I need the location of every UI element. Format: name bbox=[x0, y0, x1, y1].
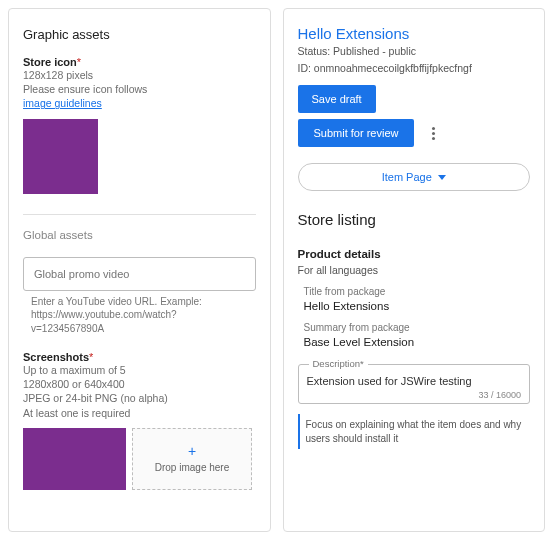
screenshots-label-text: Screenshots bbox=[23, 351, 89, 363]
description-value: Extension used for JSWire testing bbox=[307, 375, 522, 387]
drop-zone-label: Drop image here bbox=[155, 462, 229, 473]
screenshots-hint-1: Up to a maximum of 5 bbox=[23, 363, 256, 377]
screenshot-drop-zone[interactable]: + Drop image here bbox=[132, 428, 252, 490]
screenshots-label: Screenshots* bbox=[23, 351, 256, 363]
summary-from-package-label: Summary from package bbox=[304, 322, 531, 333]
extension-title-link[interactable]: Hello Extensions bbox=[298, 25, 531, 42]
for-all-languages-text: For all languages bbox=[298, 264, 531, 276]
action-buttons-row-2: Submit for review bbox=[298, 119, 531, 147]
graphic-assets-panel: Graphic assets Store icon* 128x128 pixel… bbox=[8, 8, 271, 532]
screenshots-row: + Drop image here bbox=[23, 428, 256, 490]
chevron-down-icon bbox=[438, 175, 446, 180]
summary-from-package-block: Summary from package Base Level Extensio… bbox=[298, 322, 531, 348]
title-from-package-value: Hello Extensions bbox=[304, 300, 531, 312]
global-assets-label: Global assets bbox=[23, 229, 256, 241]
screenshots-hint-4: At least one is required bbox=[23, 406, 256, 420]
store-icon-dims: 128x128 pixels bbox=[23, 68, 256, 82]
more-menu-icon[interactable] bbox=[428, 123, 439, 144]
product-details-heading: Product details bbox=[298, 248, 531, 260]
store-icon-label-text: Store icon bbox=[23, 56, 77, 68]
screenshot-thumb[interactable] bbox=[23, 428, 126, 490]
title-from-package-block: Title from package Hello Extensions bbox=[298, 286, 531, 312]
store-icon-label: Store icon* bbox=[23, 56, 256, 68]
screenshots-section: Screenshots* Up to a maximum of 5 1280x8… bbox=[23, 351, 256, 490]
description-counter: 33 / 16000 bbox=[478, 390, 521, 400]
screenshots-hint-2: 1280x800 or 640x400 bbox=[23, 377, 256, 391]
required-asterisk: * bbox=[77, 56, 81, 68]
promo-video-hint: Enter a YouTube video URL. Example: http… bbox=[31, 295, 248, 336]
required-asterisk: * bbox=[89, 351, 93, 363]
item-page-label: Item Page bbox=[382, 171, 432, 183]
divider bbox=[23, 214, 256, 215]
item-page-dropdown[interactable]: Item Page bbox=[298, 163, 531, 191]
status-line: Status: Published - public bbox=[298, 44, 531, 59]
summary-from-package-value: Base Level Extension bbox=[304, 336, 531, 348]
id-line: ID: onmnoahmececoilgkfbffijfpkecfngf bbox=[298, 61, 531, 76]
store-icon-preview[interactable] bbox=[23, 119, 98, 194]
global-promo-video-input[interactable] bbox=[23, 257, 256, 291]
screenshots-hint-3: JPEG or 24-bit PNG (no alpha) bbox=[23, 391, 256, 405]
action-buttons-row: Save draft bbox=[298, 85, 531, 113]
description-legend: Description* bbox=[309, 358, 368, 369]
store-icon-ensure-text: Please ensure icon follows bbox=[23, 83, 147, 95]
plus-icon: + bbox=[188, 444, 196, 458]
store-listing-panel: Hello Extensions Status: Published - pub… bbox=[283, 8, 546, 532]
submit-for-review-button[interactable]: Submit for review bbox=[298, 119, 415, 147]
store-icon-ensure-line: Please ensure icon follows bbox=[23, 82, 256, 96]
image-guidelines-link[interactable]: image guidelines bbox=[23, 97, 102, 109]
graphic-assets-heading: Graphic assets bbox=[23, 27, 256, 42]
image-guidelines-line: image guidelines bbox=[23, 96, 256, 110]
description-input[interactable]: Description* Extension used for JSWire t… bbox=[298, 364, 531, 404]
save-draft-button[interactable]: Save draft bbox=[298, 85, 376, 113]
title-from-package-label: Title from package bbox=[304, 286, 531, 297]
description-note: Focus on explaining what the item does a… bbox=[298, 414, 531, 449]
store-icon-section: Store icon* 128x128 pixels Please ensure… bbox=[23, 56, 256, 194]
store-listing-heading: Store listing bbox=[298, 211, 531, 228]
